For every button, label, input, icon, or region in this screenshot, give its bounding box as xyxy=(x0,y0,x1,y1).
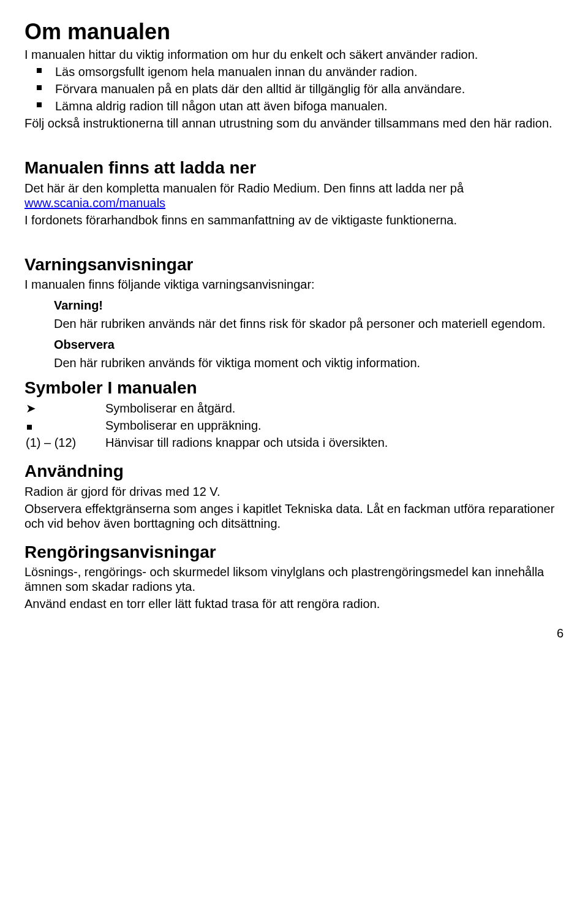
heading-symboler: Symboler I manualen xyxy=(24,378,564,398)
text-span: Det här är den kompletta manualen för Ra… xyxy=(24,181,464,195)
heading-om-manualen: Om manualen xyxy=(24,18,564,45)
body-text: Lösnings-, rengörings- och skurmedel lik… xyxy=(24,565,564,594)
manuals-link[interactable]: www.scania.com/manuals xyxy=(24,196,165,210)
body-text: Använd endast en torr eller lätt fuktad … xyxy=(24,596,564,611)
body-text: Det här är den kompletta manualen för Ra… xyxy=(24,181,564,210)
bullet-list: Läs omsorgsfullt igenom hela manualen in… xyxy=(24,64,564,113)
list-item: Läs omsorgsfullt igenom hela manualen in… xyxy=(24,64,564,79)
symbol-row: ➤ Symboliserar en åtgärd. xyxy=(24,401,564,416)
observera-label: Observera xyxy=(54,337,564,352)
list-item: Förvara manualen på en plats där den all… xyxy=(24,82,564,96)
heading-anvandning: Användning xyxy=(24,461,564,482)
body-text: I fordonets förarhandbok finns en samman… xyxy=(24,213,564,227)
page-number: 6 xyxy=(24,626,564,641)
symbol-row: Symboliserar en uppräkning. xyxy=(24,418,564,433)
heading-varningsanvisningar: Varningsanvisningar xyxy=(24,254,564,275)
intro-text: I manualen hittar du viktig information … xyxy=(24,47,564,62)
symbol-description: Symboliserar en åtgärd. xyxy=(105,401,564,416)
outro-text: Följ också instruktionerna till annan ut… xyxy=(24,116,564,131)
symbol-description: Hänvisar till radions knappar och utsida… xyxy=(105,435,564,450)
observera-text: Den här rubriken används för viktiga mom… xyxy=(54,355,564,370)
heading-rengoring: Rengöringsanvisningar xyxy=(24,542,564,563)
number-range-label: (1) – (12) xyxy=(24,435,105,450)
symbol-row: (1) – (12) Hänvisar till radions knappar… xyxy=(24,435,564,450)
square-icon xyxy=(24,418,105,433)
arrow-icon: ➤ xyxy=(24,401,105,416)
body-text: Radion är gjord för drivas med 12 V. xyxy=(24,484,564,499)
varning-label: Varning! xyxy=(54,298,564,313)
varning-text: Den här rubriken används när det finns r… xyxy=(54,316,564,331)
list-item: Lämna aldrig radion till någon utan att … xyxy=(24,99,564,113)
warning-block: Varning! Den här rubriken används när de… xyxy=(54,298,564,370)
heading-ladda-ner: Manualen finns att ladda ner xyxy=(24,158,564,178)
body-text: I manualen finns följande viktiga varnin… xyxy=(24,277,564,292)
body-text: Observera effektgränserna som anges i ka… xyxy=(24,501,564,531)
symbol-description: Symboliserar en uppräkning. xyxy=(105,418,564,433)
